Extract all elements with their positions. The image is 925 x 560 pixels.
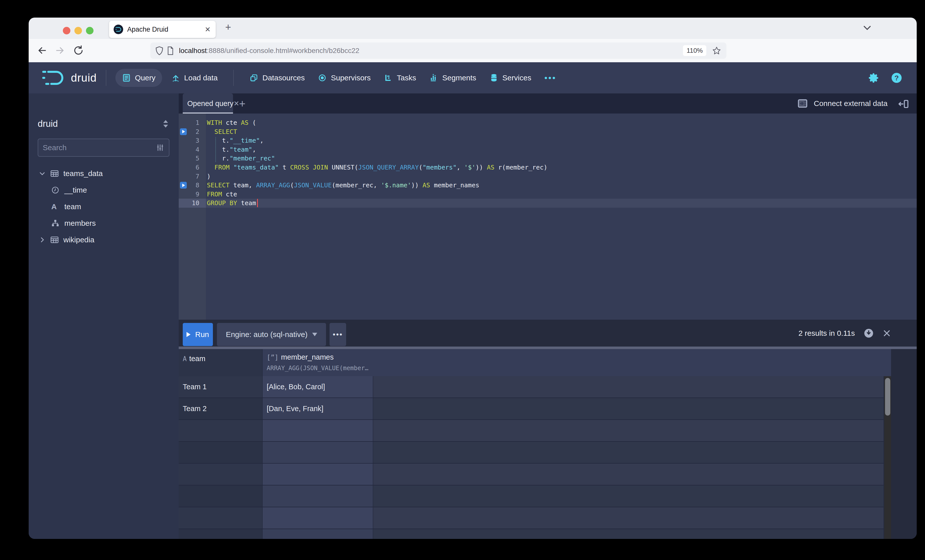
back-button[interactable] — [37, 45, 48, 56]
text-cursor — [257, 199, 258, 207]
page-info-icon[interactable] — [167, 47, 174, 55]
query-more-button[interactable]: ••• — [330, 323, 346, 346]
schema-title: druid — [38, 119, 162, 129]
results-scrollbar-thumb[interactable] — [885, 378, 890, 416]
nav-item-load-data[interactable]: Load data — [165, 69, 224, 87]
url-bar[interactable]: localhost:8888/unified-console.html#work… — [150, 42, 726, 59]
traffic-close-button[interactable] — [63, 27, 70, 35]
traffic-zoom-button[interactable] — [86, 27, 93, 35]
nav-more-button[interactable]: ••• — [538, 69, 563, 87]
browser-tabbar: Apache Druid ✕ + — [29, 18, 917, 39]
schema-sidebar: druid Search teams_data__timeAteammember… — [29, 93, 179, 539]
code-line-1[interactable]: WITH cte AS ( — [206, 118, 917, 127]
cell-team — [179, 485, 263, 507]
line-number-5: 5 — [179, 154, 206, 163]
forward-button[interactable] — [54, 45, 65, 56]
shield-icon[interactable] — [155, 46, 163, 55]
connect-external-data-button[interactable]: Connect external data — [797, 93, 887, 114]
nav-item-tasks[interactable]: Tasks — [377, 69, 423, 87]
cell-member-names[interactable]: [Alice, Bob, Carol] — [263, 376, 373, 398]
tree-item-team[interactable]: Ateam — [29, 198, 179, 215]
table-icon — [50, 236, 63, 243]
code-line-4[interactable]: t."team", — [206, 145, 917, 154]
code-line-7[interactable]: ) — [206, 172, 917, 181]
code-line-2[interactable]: SELECT — [206, 127, 917, 137]
help-icon[interactable]: ? — [890, 72, 902, 84]
query-tab-close-icon[interactable]: ✕ — [234, 99, 239, 108]
results-panel: A team [”] member_names ARRAY_AGG(JSON_V… — [179, 349, 917, 539]
column-header-member-names[interactable]: [”] member_names ARRAY_AGG(JSON_VALUE(me… — [263, 349, 373, 376]
cell-team — [179, 507, 263, 528]
new-query-tab-button[interactable]: + — [239, 98, 246, 110]
sql-editor[interactable]: 1WITH cte AS (2 SELECT3 t."__time",4 t."… — [179, 114, 917, 320]
url-text[interactable]: localhost:8888/unified-console.html#work… — [179, 47, 359, 55]
tab-close-icon[interactable]: ✕ — [205, 26, 211, 34]
browser-tab-apache-druid[interactable]: Apache Druid ✕ — [109, 21, 215, 38]
zoom-level-badge[interactable]: 110% — [683, 45, 706, 56]
run-button[interactable]: Run — [183, 323, 213, 346]
traffic-minimize-button[interactable] — [74, 27, 82, 35]
empty-row — [179, 420, 884, 442]
code-line-5[interactable]: r."member_rec" — [206, 154, 917, 163]
nav-item-datasources[interactable]: Datasources — [243, 69, 311, 87]
workbench-main: Opened query ✕ + Connect external data 1… — [179, 93, 917, 539]
chevron-down-icon[interactable] — [39, 170, 50, 177]
results-body: Team 1[Alice, Bob, Carol]Team 2[Dan, Eve… — [179, 376, 884, 539]
nav-item-query[interactable]: Query — [115, 69, 162, 87]
close-results-icon[interactable] — [883, 329, 891, 338]
settings-gear-icon[interactable] — [868, 72, 879, 83]
tree-item-wikipedia[interactable]: wikipedia — [29, 231, 179, 248]
nav-divider — [233, 70, 234, 86]
browser-window: Apache Druid ✕ + localhost:8888/unified-… — [29, 18, 917, 539]
code-line-6[interactable]: FROM "teams_data" t CROSS JOIN UNNEST(JS… — [206, 163, 917, 172]
column-expression: ARRAY_AGG(JSON_VALUE(member… — [267, 365, 369, 372]
new-tab-button[interactable]: + — [225, 22, 231, 32]
tree-item-members[interactable]: members — [29, 215, 179, 231]
cell-team — [179, 420, 263, 441]
run-fragment-play-button[interactable] — [180, 128, 187, 135]
cell-team — [179, 442, 263, 463]
bookmark-star-icon[interactable] — [713, 47, 721, 55]
cell-team[interactable]: Team 1 — [179, 376, 263, 398]
query-tab-opened-query[interactable]: Opened query ✕ — [183, 93, 233, 114]
cell-member-names[interactable]: [Dan, Eve, Frank] — [263, 398, 373, 419]
app-content: druid Search teams_data__timeAteammember… — [29, 93, 917, 539]
nav-item-supervisors[interactable]: Supervisors — [311, 69, 377, 87]
empty-row — [179, 529, 884, 539]
filter-sliders-icon[interactable] — [156, 143, 164, 152]
druid-navbar: druid Query Load data Datasources Superv… — [29, 62, 917, 93]
code-line-3[interactable]: t."__time", — [206, 136, 917, 145]
cell-member-names — [263, 507, 373, 528]
collapse-panel-icon[interactable] — [898, 98, 910, 110]
run-fragment-play-button[interactable] — [180, 182, 187, 189]
nav-item-services[interactable]: Services — [483, 69, 538, 87]
download-icon[interactable] — [863, 328, 874, 338]
empty-row — [179, 485, 884, 507]
chevron-right-icon[interactable] — [39, 236, 50, 243]
result-row-1: Team 1[Alice, Bob, Carol] — [179, 376, 884, 398]
engine-select[interactable]: Engine: auto (sql-native) — [217, 323, 326, 346]
nav-item-segments[interactable]: Segments — [423, 69, 483, 87]
line-number-4: 4 — [179, 145, 206, 154]
cell-member-names — [263, 529, 373, 539]
list-tabs-chevron-icon[interactable] — [863, 25, 872, 31]
clock-icon — [51, 186, 64, 194]
druid-favicon-icon — [114, 25, 123, 34]
sort-double-caret-icon[interactable] — [162, 120, 169, 128]
code-line-10[interactable]: GROUP BY team — [206, 199, 917, 208]
druid-wordmark: druid — [71, 72, 97, 84]
cell-team[interactable]: Team 2 — [179, 398, 263, 419]
reload-button[interactable] — [73, 45, 84, 56]
column-header-team[interactable]: A team — [179, 349, 263, 376]
druid-logo-icon — [41, 69, 67, 87]
tree-item-teams_data[interactable]: teams_data — [29, 165, 179, 182]
result-row-2: Team 2[Dan, Eve, Frank] — [179, 398, 884, 420]
results-scrollbar[interactable] — [884, 376, 891, 539]
search-input[interactable]: Search — [38, 139, 169, 157]
nav-divider — [106, 70, 106, 86]
code-line-9[interactable]: FROM cte — [206, 190, 917, 199]
string-type-icon: A — [183, 355, 187, 363]
code-line-8[interactable]: SELECT team, ARRAY_AGG(JSON_VALUE(member… — [206, 181, 917, 190]
tree-item-__time[interactable]: __time — [29, 182, 179, 198]
pane-splitter-handle[interactable] — [179, 347, 917, 349]
